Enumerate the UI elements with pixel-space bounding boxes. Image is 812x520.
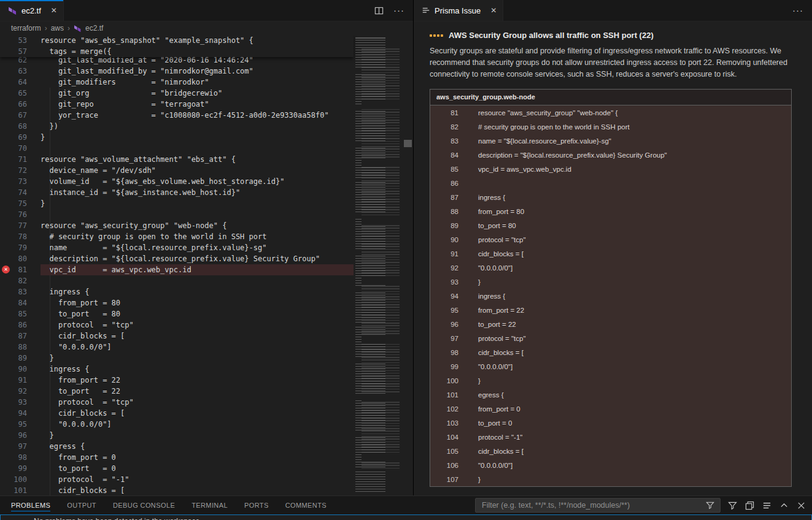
- code-line[interactable]: 89 }: [0, 353, 354, 364]
- code-line[interactable]: 84 from_port = 80: [0, 297, 354, 308]
- filter-input[interactable]: [481, 500, 705, 510]
- terraform-icon: [74, 25, 82, 32]
- close-icon[interactable]: ✕: [51, 7, 57, 14]
- line-number: 86: [430, 180, 458, 187]
- code-text: from_port = 22: [478, 307, 524, 314]
- issue-code-line: 82# security group is open to the world …: [430, 120, 791, 134]
- code-line[interactable]: 87 cidr_blocks = [: [0, 331, 354, 342]
- line-number: 76: [0, 209, 41, 220]
- code-line[interactable]: 78 # security group is open to the world…: [0, 231, 354, 242]
- code-line[interactable]: 81 vpc_id = aws_vpc.web_vpc.id✕: [0, 264, 354, 275]
- code-line[interactable]: 90 ingress {: [0, 364, 354, 375]
- code-line[interactable]: 98 from_port = 0: [0, 452, 354, 463]
- line-number: 84: [0, 297, 41, 308]
- view-as-list-icon[interactable]: [761, 500, 772, 511]
- code-line[interactable]: 68 }): [0, 121, 354, 132]
- issue-code-line: 94ingress {: [430, 289, 791, 303]
- code-line[interactable]: 92 to_port = 22: [0, 386, 354, 397]
- code-line[interactable]: 75}: [0, 198, 354, 209]
- panel-tab-problems[interactable]: PROBLEMS: [11, 497, 50, 513]
- code-line[interactable]: 76: [0, 209, 354, 220]
- sticky-scroll: 53 resource "aws_ebs_snapshot" "example_…: [0, 35, 354, 57]
- code-line[interactable]: 65 git_org = "bridgecrewio": [0, 88, 354, 99]
- panel-tab-output[interactable]: OUTPUT: [67, 497, 96, 513]
- code-text: to_port = 22: [41, 386, 354, 397]
- code-line[interactable]: 95 "0.0.0.0/0"]: [0, 419, 354, 430]
- code-line[interactable]: 100 protocol = "-1": [0, 474, 354, 485]
- chevron-up-icon[interactable]: [778, 500, 789, 511]
- filter-funnel-icon[interactable]: [727, 500, 738, 511]
- code-line[interactable]: 96 }: [0, 430, 354, 441]
- close-icon[interactable]: ✕: [490, 7, 497, 14]
- code-line[interactable]: 64 git_modifiers = "nimrodkor": [0, 77, 354, 88]
- code-line[interactable]: 66 git_repo = "terragoat": [0, 99, 354, 110]
- code-line[interactable]: 67 yor_trace = "c1008080-ec2f-4512-a0d0-…: [0, 110, 354, 121]
- error-icon[interactable]: ✕: [2, 266, 10, 273]
- code-line[interactable]: 74 instance_id = "${aws_instance.web_hos…: [0, 187, 354, 198]
- line-number: 94: [0, 408, 41, 419]
- tab-label: ec2.tf: [21, 6, 41, 15]
- code-text: resource "aws_ebs_snapshot" "example_sna…: [41, 35, 354, 46]
- close-icon[interactable]: [795, 500, 806, 511]
- code-text: "0.0.0.0/0"]: [41, 342, 354, 353]
- line-number: 100: [430, 377, 458, 384]
- code-line[interactable]: 97 egress {: [0, 441, 354, 452]
- code-text: resource "aws_security_group" "web-node"…: [41, 220, 354, 231]
- code-line[interactable]: 73 volume_id = "${aws_ebs_volume.web_hos…: [0, 176, 354, 187]
- filter-funnel-icon[interactable]: [705, 500, 716, 511]
- right-editor-actions: ···: [792, 0, 812, 21]
- tab-prisma-issue[interactable]: Prisma Issue ✕: [414, 0, 503, 21]
- breadcrumb-item-terraform[interactable]: terraform: [11, 24, 41, 32]
- issue-code-line: 81resource "aws_security_group" "web-nod…: [430, 105, 791, 120]
- code-line[interactable]: 82: [0, 275, 354, 286]
- issue-code-line: 97protocol = "tcp": [430, 331, 791, 345]
- sticky-line[interactable]: 57 tags = merge({: [0, 46, 354, 57]
- issue-code-line: 102from_port = 0: [430, 402, 791, 416]
- editor-scrollbar[interactable]: [403, 35, 413, 495]
- code-text: }: [41, 430, 354, 441]
- issue-code-line: 85vpc_id = aws_vpc.web_vpc.id: [430, 162, 791, 176]
- panel-tab-comments[interactable]: COMMENTS: [285, 497, 327, 513]
- breadcrumb-item-aws[interactable]: aws: [51, 24, 64, 32]
- split-editor-icon[interactable]: [373, 5, 384, 16]
- tab-ec2-tf[interactable]: ec2.tf ✕: [0, 0, 64, 21]
- code-line[interactable]: 72 device_name = "/dev/sdh": [0, 165, 354, 176]
- panel-tab-debug-console[interactable]: DEBUG CONSOLE: [113, 497, 175, 513]
- code-line[interactable]: 94 cidr_blocks = [: [0, 408, 354, 419]
- code-line[interactable]: 80 description = "${local.resource_prefi…: [0, 253, 354, 264]
- issue-code-line: 106"0.0.0.0/0"]: [430, 458, 791, 472]
- minimap[interactable]: [354, 35, 403, 495]
- code-line[interactable]: 63 git_last_modified_by = "nimrodkor@gma…: [0, 66, 354, 77]
- code-line[interactable]: 93 protocol = "tcp": [0, 397, 354, 408]
- issue-code-line: 95from_port = 22: [430, 303, 791, 317]
- code-line[interactable]: 79 name = "${local.resource_prefix.value…: [0, 242, 354, 253]
- more-actions-icon[interactable]: ···: [393, 7, 404, 13]
- code-line[interactable]: 69}: [0, 132, 354, 143]
- line-number: 80: [0, 253, 41, 264]
- collapse-all-icon[interactable]: [744, 500, 755, 511]
- code-line[interactable]: 99 to_port = 0: [0, 463, 354, 474]
- code-line[interactable]: 101 cidr_blocks = [: [0, 485, 354, 495]
- line-number: 78: [0, 231, 41, 242]
- code-line[interactable]: 86 protocol = "tcp": [0, 319, 354, 331]
- more-actions-icon[interactable]: ···: [792, 7, 803, 13]
- panel-tab-ports[interactable]: PORTS: [244, 497, 269, 513]
- code-editor[interactable]: 62 git_last_modified_at = "2020-06-16 14…: [0, 35, 413, 495]
- code-line[interactable]: 91 from_port = 22: [0, 375, 354, 386]
- line-number: 105: [430, 448, 458, 455]
- code-line[interactable]: 70: [0, 143, 354, 154]
- issue-code-line: 96to_port = 22: [430, 317, 791, 331]
- code-line[interactable]: 85 to_port = 80: [0, 308, 354, 319]
- left-tab-bar: ec2.tf ✕ ···: [0, 0, 413, 21]
- line-number: 53: [0, 35, 41, 46]
- breadcrumb-item-file[interactable]: ec2.tf: [85, 24, 103, 32]
- sticky-line[interactable]: 53 resource "aws_ebs_snapshot" "example_…: [0, 35, 354, 46]
- code-line[interactable]: 88 "0.0.0.0/0"]: [0, 342, 354, 353]
- panel-tab-terminal[interactable]: TERMINAL: [191, 497, 228, 513]
- scrollbar-thumb[interactable]: [404, 140, 412, 147]
- code-line[interactable]: 77resource "aws_security_group" "web-nod…: [0, 220, 354, 231]
- code-line[interactable]: 83 ingress {: [0, 286, 354, 297]
- issue-code-line: 98cidr_blocks = [: [430, 345, 791, 359]
- line-number: 85: [430, 166, 458, 173]
- code-line[interactable]: 71resource "aws_volume_attachment" "ebs_…: [0, 154, 354, 165]
